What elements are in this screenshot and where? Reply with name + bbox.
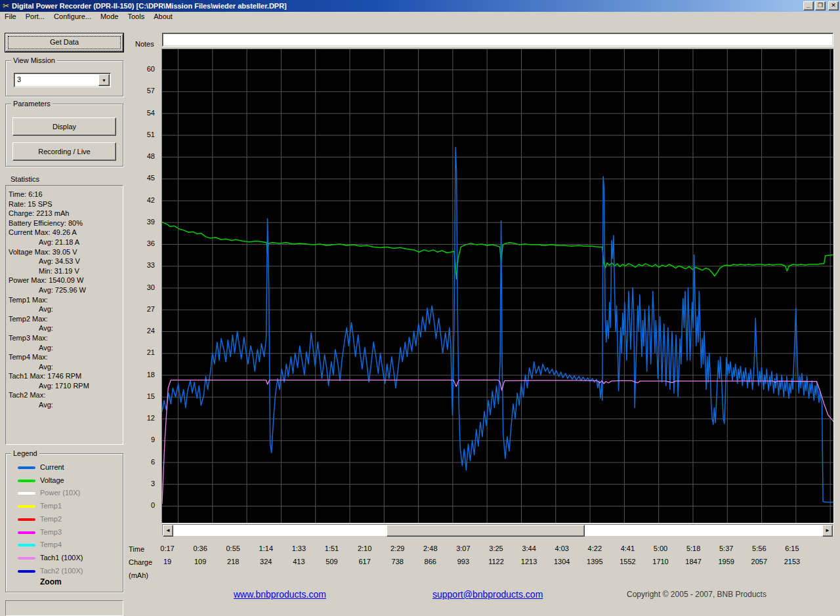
chart-plot — [162, 49, 833, 523]
statistics-line: Avg: — [9, 343, 123, 353]
temp4-color-swatch-icon — [18, 544, 35, 546]
notes-label: Notes — [135, 40, 154, 48]
statistics-line: Battery Efficiency: 80% — [9, 218, 123, 228]
y-axis-tick-label: 27 — [129, 305, 155, 313]
temp3-color-swatch-icon — [18, 531, 35, 534]
time-tick-label: 3:25 — [489, 544, 503, 552]
charge-tick-label: 19 — [163, 558, 171, 565]
legend-item-temp3[interactable]: Temp3 — [6, 527, 123, 538]
time-tick-label: 2:29 — [390, 544, 404, 552]
statistics-line: Avg: — [9, 323, 123, 333]
time-tick-label: 1:14 — [259, 544, 273, 552]
legend-item-tach1[interactable]: Tach1 (100X) — [6, 553, 123, 564]
menu-bar: FilePort...Configure...ModeToolsAbout — [0, 12, 840, 22]
get-data-button[interactable]: Get Data — [5, 33, 123, 52]
charge-tick-label: 738 — [392, 558, 404, 565]
y-axis-tick-label: 33 — [129, 261, 155, 269]
tach2-color-swatch-icon — [18, 570, 35, 573]
legend-item-label: Current — [40, 463, 64, 471]
time-tick-label: 4:22 — [588, 544, 602, 552]
chart-horizontal-scrollbar[interactable]: ◄ ► — [162, 524, 833, 536]
scroll-left-arrow-icon[interactable]: ◄ — [163, 525, 173, 537]
statistics-panel: Time: 6:16Rate: 15 SPSCharge: 2213 mAhBa… — [5, 185, 123, 445]
statistics-line: Voltage Max: 39.05 V — [9, 247, 123, 257]
restore-button[interactable]: ❐ — [815, 1, 826, 10]
parameters-label: Parameters — [11, 100, 52, 108]
legend-item-temp1[interactable]: Temp1 — [6, 501, 123, 512]
statistics-line: Rate: 15 SPS — [9, 199, 123, 209]
scrollbar-thumb[interactable] — [387, 525, 585, 537]
y-axis-tick-label: 6 — [129, 458, 155, 466]
menu-item-file[interactable]: File — [0, 12, 21, 22]
charge-tick-label: 866 — [425, 558, 436, 565]
charge-tick-label: 993 — [457, 558, 469, 565]
legend-item-label: Tach1 (100X) — [40, 554, 83, 562]
temp2-color-swatch-icon — [18, 518, 35, 521]
charge-tick-label: 2153 — [784, 558, 800, 565]
menu-item-tools[interactable]: Tools — [123, 12, 149, 22]
current-color-swatch-icon — [18, 466, 35, 469]
charge-tick-label: 1304 — [554, 558, 570, 565]
y-axis-tick-label: 57 — [129, 87, 155, 94]
time-tick-label: 0:55 — [226, 544, 240, 552]
chart-area[interactable] — [161, 49, 834, 524]
legend-item-temp2[interactable]: Temp2 — [6, 514, 123, 525]
close-button[interactable]: ✕ — [828, 1, 839, 10]
y-axis-tick-label: 36 — [129, 239, 155, 247]
website-link[interactable]: www.bnbproducts.com — [234, 589, 326, 600]
time-tick-label: 6:15 — [785, 544, 799, 552]
legend-item-label: Temp2 — [40, 515, 62, 523]
view-mission-group: View Mission 3 ▼ — [5, 60, 123, 96]
chevron-down-icon[interactable]: ▼ — [98, 74, 110, 86]
y-axis-tick-label: 30 — [129, 283, 155, 291]
get-data-label: Get Data — [50, 38, 79, 46]
menu-item-mode[interactable]: Mode — [96, 12, 123, 22]
y-axis-tick-label: 21 — [129, 348, 155, 356]
charge-tick-label: 1122 — [488, 558, 504, 565]
menu-item-about[interactable]: About — [149, 12, 177, 22]
legend-label: Legend — [11, 449, 39, 457]
legend-item-label: Temp3 — [40, 528, 62, 536]
notes-input[interactable] — [162, 33, 833, 47]
time-row-label: Time — [129, 545, 144, 553]
scroll-right-arrow-icon[interactable]: ► — [822, 525, 833, 537]
recording-live-button[interactable]: Recording / Live — [12, 142, 116, 161]
y-axis-tick-label: 0 — [129, 501, 155, 509]
time-tick-label: 0:17 — [160, 544, 174, 552]
app-icon: ✂ — [3, 1, 9, 10]
y-axis-tick-label: 39 — [129, 218, 155, 226]
legend-item-label: Temp4 — [40, 541, 62, 548]
statistics-line: Temp4 Max: — [9, 352, 123, 362]
charge-axis-values: 1910921832441350961773886699311221213130… — [162, 558, 833, 566]
legend-item-current[interactable]: Current — [6, 462, 123, 473]
y-axis-tick-label: 45 — [129, 174, 155, 182]
y-axis-tick-label: 54 — [129, 109, 155, 117]
legend-item-label: Tach2 (100X) — [40, 567, 83, 575]
statistics-line: Avg: — [9, 362, 123, 372]
minimize-button[interactable]: _ — [803, 1, 814, 10]
charge-tick-label: 1710 — [652, 558, 668, 565]
display-button[interactable]: Display — [12, 117, 116, 136]
y-axis-tick-label: 9 — [129, 436, 155, 443]
statistics-line: Avg: 21.18 A — [9, 237, 123, 247]
app-window: { "window": { "title": "Digital Power Re… — [0, 0, 840, 616]
support-email-link[interactable]: support@bnbproducts.com — [432, 589, 543, 600]
mission-select[interactable]: 3 ▼ — [14, 73, 111, 87]
time-tick-label: 1:33 — [292, 544, 306, 552]
legend-item-voltage[interactable]: Voltage — [6, 476, 123, 486]
window-title: Digital Power Recorder (DPR-II-150) [C:\… — [12, 2, 287, 10]
y-axis-tick-label: 42 — [129, 196, 155, 204]
statistics-line: Avg: 34.53 V — [9, 257, 123, 266]
statistics-line: Tach2 Max: — [9, 390, 123, 400]
legend-item-tach2[interactable]: Tach2 (100X) — [6, 566, 123, 577]
statistics-line: Min: 31.19 V — [9, 266, 123, 276]
charge-tick-label: 324 — [260, 558, 272, 565]
legend-item-label: Power (10X) — [40, 489, 80, 497]
menu-item-port[interactable]: Port... — [21, 12, 49, 22]
legend-item-temp4[interactable]: Temp4 — [6, 540, 123, 550]
menu-item-configure[interactable]: Configure... — [49, 12, 96, 22]
copyright-text: Copyright © 2005 - 2007, BNB Products — [627, 590, 766, 599]
legend-item-power[interactable]: Power (10X) — [6, 488, 123, 499]
time-axis-values: 0:170:360:551:141:331:512:102:292:483:07… — [162, 544, 833, 553]
y-axis-tick-label: 24 — [129, 327, 155, 335]
